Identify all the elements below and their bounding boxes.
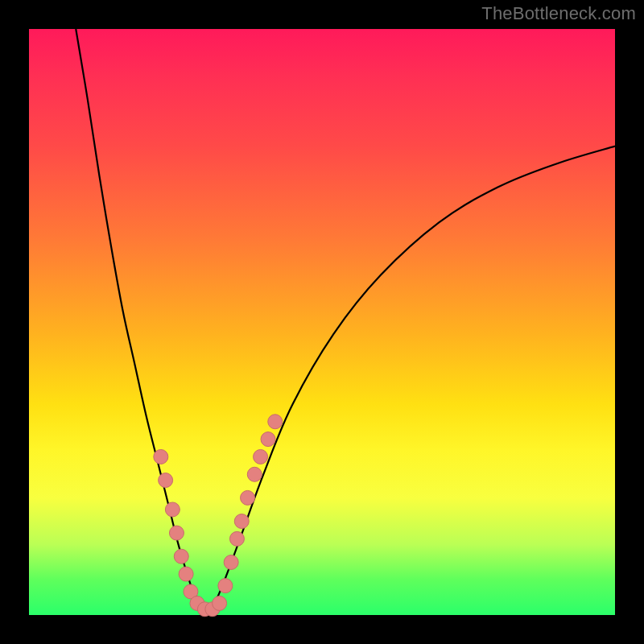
marker-dot — [247, 467, 262, 481]
marker-dot — [174, 549, 188, 564]
marker-dot — [218, 579, 233, 593]
watermark-text: TheBottleneck.com — [481, 3, 636, 24]
marker-dot — [241, 490, 255, 505]
left-curve — [76, 29, 210, 612]
marker-dot — [268, 415, 283, 429]
curves-svg — [29, 29, 615, 615]
plot-area — [29, 29, 615, 615]
marker-dot — [234, 514, 249, 529]
marker-dot — [179, 567, 193, 581]
marker-dot — [229, 531, 244, 546]
marker-dot — [154, 449, 168, 464]
marker-dot — [213, 596, 227, 610]
marker-dot — [224, 555, 238, 569]
marker-dot — [159, 473, 173, 488]
marker-dot — [261, 432, 275, 447]
marker-dots — [154, 415, 283, 617]
marker-dot — [169, 526, 184, 540]
chart-frame: TheBottleneck.com — [0, 0, 644, 644]
right-curve — [211, 147, 615, 613]
marker-dot — [254, 449, 268, 464]
marker-dot — [165, 502, 180, 517]
